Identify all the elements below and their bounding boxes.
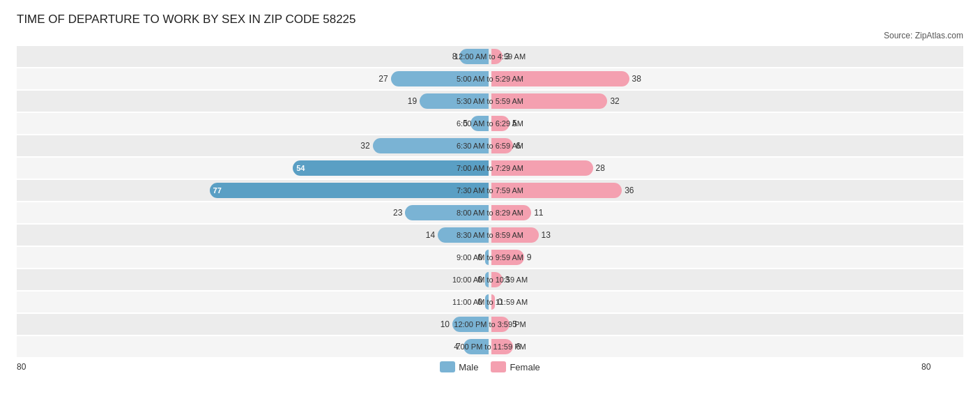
axis-right-label: 80 bbox=[921, 362, 963, 372]
axis-left-label: 80 bbox=[17, 362, 59, 372]
time-label: 8:00 AM to 8:29 AM bbox=[457, 209, 523, 217]
chart-row: 23 8:00 AM to 8:29 AM 11 bbox=[17, 202, 963, 223]
male-outside-value: 32 bbox=[360, 141, 369, 151]
chart-row: 14 8:30 AM to 8:59 AM 13 bbox=[17, 225, 963, 246]
chart-row: 5 6:00 AM to 6:29 AM 5 bbox=[17, 113, 963, 134]
time-label: 4:00 PM to 11:59 PM bbox=[454, 342, 526, 351]
time-label: 9:00 AM to 9:59 AM bbox=[457, 253, 523, 262]
legend-male-label: Male bbox=[459, 362, 478, 372]
male-bar-value: 77 bbox=[213, 186, 222, 195]
time-label: 10:00 AM to 10:59 AM bbox=[452, 276, 528, 284]
bar-center: 0 10:00 AM to 10:59 AM 3 bbox=[59, 269, 921, 290]
chart-row: 27 5:00 AM to 5:29 AM 38 bbox=[17, 68, 963, 89]
chart-legend: Male Female bbox=[440, 361, 540, 372]
chart-footer: 80 Male Female 80 bbox=[17, 361, 963, 372]
bar-center: 54 7:00 AM to 7:29 AM 28 bbox=[59, 158, 921, 179]
legend-male-box bbox=[440, 361, 455, 372]
chart-row: 8 12:00 AM to 4:59 AM 3 bbox=[17, 46, 963, 67]
female-outside-value: 13 bbox=[542, 230, 551, 240]
source-label: Source: ZipAtlas.com bbox=[17, 31, 963, 40]
time-label: 7:00 AM to 7:29 AM bbox=[457, 164, 523, 172]
chart-container: TIME OF DEPARTURE TO WORK BY SEX IN ZIP … bbox=[17, 13, 963, 372]
time-label: 7:30 AM to 7:59 AM bbox=[457, 186, 523, 195]
female-outside-value: 38 bbox=[632, 74, 641, 84]
chart-row: 32 6:30 AM to 6:59 AM 6 bbox=[17, 135, 963, 156]
male-outside-value: 19 bbox=[408, 96, 417, 106]
male-outside-value: 27 bbox=[378, 74, 388, 84]
legend-male: Male bbox=[440, 361, 478, 372]
chart-row: 10 12:00 PM to 3:59 PM 5 bbox=[17, 314, 963, 335]
chart-row: 0 9:00 AM to 9:59 AM 9 bbox=[17, 247, 963, 268]
female-outside-value: 11 bbox=[534, 208, 543, 218]
time-label: 12:00 PM to 3:59 PM bbox=[454, 320, 526, 329]
female-outside-value: 9 bbox=[527, 252, 532, 262]
bar-center: 5 6:00 AM to 6:29 AM 5 bbox=[59, 113, 921, 134]
legend-female-box bbox=[491, 361, 506, 372]
female-outside-value: 36 bbox=[625, 186, 634, 195]
time-label: 6:00 AM to 6:29 AM bbox=[457, 119, 523, 128]
time-label: 6:30 AM to 6:59 AM bbox=[457, 142, 523, 150]
bar-center: 19 5:30 AM to 5:59 AM 32 bbox=[59, 91, 921, 112]
bar-center: 32 6:30 AM to 6:59 AM 6 bbox=[59, 135, 921, 156]
time-label: 11:00 AM to 11:59 AM bbox=[452, 298, 528, 306]
chart-row: 19 5:30 AM to 5:59 AM 32 bbox=[17, 91, 963, 112]
male-outside-value: 23 bbox=[393, 208, 402, 218]
male-outside-value: 14 bbox=[426, 230, 435, 240]
time-label: 12:00 AM to 4:59 AM bbox=[454, 52, 526, 61]
chart-row: 0 11:00 AM to 11:59 AM 0 bbox=[17, 292, 963, 312]
chart-title: TIME OF DEPARTURE TO WORK BY SEX IN ZIP … bbox=[17, 13, 963, 27]
bar-center: 77 7:30 AM to 7:59 AM 36 bbox=[59, 180, 921, 201]
bar-center: 27 5:00 AM to 5:29 AM 38 bbox=[59, 68, 921, 89]
female-outside-value: 28 bbox=[596, 163, 605, 173]
bar-center: 10 12:00 PM to 3:59 PM 5 bbox=[59, 314, 921, 335]
time-label: 5:00 AM to 5:29 AM bbox=[457, 75, 523, 83]
bar-center: 23 8:00 AM to 8:29 AM 11 bbox=[59, 202, 921, 223]
legend-female: Female bbox=[491, 361, 539, 372]
chart-area: 8 12:00 AM to 4:59 AM 3 27 bbox=[17, 46, 963, 357]
bar-center: 0 9:00 AM to 9:59 AM 9 bbox=[59, 247, 921, 268]
bar-center: 7 4:00 PM to 11:59 PM 6 bbox=[59, 336, 921, 357]
time-label: 8:30 AM to 8:59 AM bbox=[457, 231, 523, 239]
bar-center: 8 12:00 AM to 4:59 AM 3 bbox=[59, 46, 921, 67]
time-label: 5:30 AM to 5:59 AM bbox=[457, 97, 523, 105]
chart-row: 7 4:00 PM to 11:59 PM 6 bbox=[17, 336, 963, 357]
male-bar: 77 bbox=[210, 183, 489, 198]
bar-center: 0 11:00 AM to 11:59 AM 0 bbox=[59, 292, 921, 312]
male-outside-value: 10 bbox=[441, 319, 450, 329]
male-bar-value: 54 bbox=[296, 164, 305, 172]
chart-row: 54 7:00 AM to 7:29 AM 28 bbox=[17, 158, 963, 179]
chart-row: 0 10:00 AM to 10:59 AM 3 bbox=[17, 269, 963, 290]
legend-female-label: Female bbox=[510, 362, 539, 372]
male-bar-wrap: 77 bbox=[210, 183, 490, 198]
bar-center: 14 8:30 AM to 8:59 AM 13 bbox=[59, 225, 921, 246]
female-outside-value: 32 bbox=[610, 96, 619, 106]
chart-row: 77 7:30 AM to 7:59 AM 36 bbox=[17, 180, 963, 201]
